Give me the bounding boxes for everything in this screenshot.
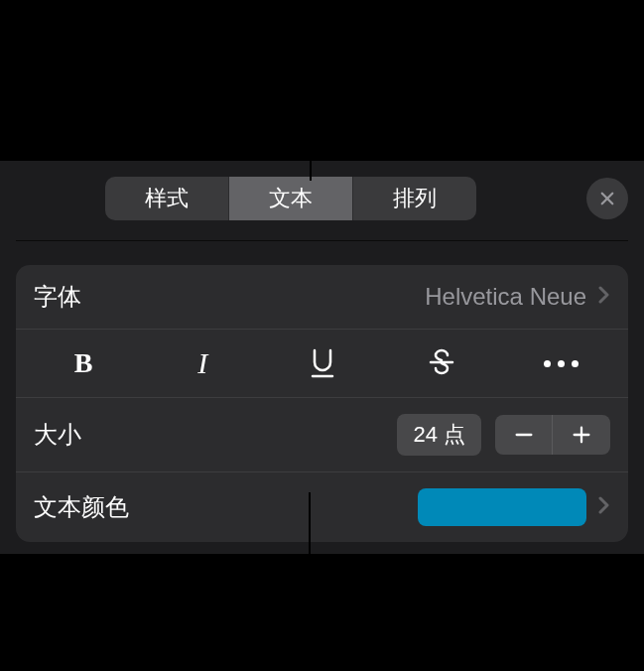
size-stepper xyxy=(495,415,610,455)
size-row: 大小 24 点 xyxy=(16,398,628,472)
chevron-right-icon xyxy=(598,496,610,519)
text-color-label: 文本颜色 xyxy=(34,491,129,523)
color-swatch[interactable] xyxy=(418,488,586,526)
size-controls: 24 点 xyxy=(397,414,610,456)
font-row-right: Helvetica Neue xyxy=(425,283,610,311)
tab-style[interactable]: 样式 xyxy=(105,177,229,220)
callout-line-bottom xyxy=(309,492,311,671)
italic-button[interactable]: I xyxy=(153,343,252,383)
text-settings-card: 字体 Helvetica Neue B I xyxy=(16,265,628,542)
text-color-right xyxy=(418,488,610,526)
panel-header: 样式 文本 排列 xyxy=(16,173,628,241)
callout-line-top xyxy=(310,0,312,181)
close-button[interactable] xyxy=(586,178,628,219)
font-row[interactable]: 字体 Helvetica Neue xyxy=(16,265,628,330)
plus-icon xyxy=(571,424,592,446)
bold-button[interactable]: B xyxy=(34,343,133,383)
more-icon xyxy=(544,360,579,367)
size-decrease-button[interactable] xyxy=(495,415,553,455)
more-options-button[interactable] xyxy=(511,343,610,383)
size-increase-button[interactable] xyxy=(553,415,610,455)
tab-arrange[interactable]: 排列 xyxy=(353,177,476,220)
underline-button[interactable] xyxy=(273,343,372,383)
tab-text[interactable]: 文本 xyxy=(229,177,353,220)
size-value[interactable]: 24 点 xyxy=(397,414,481,456)
size-label: 大小 xyxy=(34,419,81,451)
chevron-right-icon xyxy=(598,286,610,309)
close-icon xyxy=(598,190,616,207)
font-value: Helvetica Neue xyxy=(425,283,586,311)
format-panel: 样式 文本 排列 字体 Helvetica Neue B xyxy=(0,161,644,554)
strikethrough-icon xyxy=(427,348,456,378)
minus-icon xyxy=(513,424,535,446)
font-label: 字体 xyxy=(34,281,81,313)
underline-icon xyxy=(309,348,336,378)
tab-group: 样式 文本 排列 xyxy=(105,177,476,220)
strikethrough-button[interactable] xyxy=(392,343,491,383)
text-color-row[interactable]: 文本颜色 xyxy=(16,472,628,542)
text-style-row: B I xyxy=(16,330,628,398)
